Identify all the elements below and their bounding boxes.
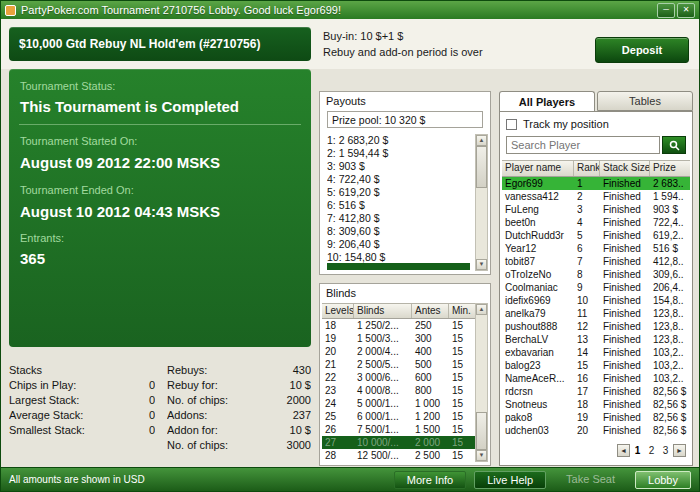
player-stack-size: Finished [600, 372, 650, 385]
blinds-scrollbar[interactable]: ▲ ▼ [475, 303, 488, 462]
blind-row[interactable]: 23 4 000/8... 800 15 [322, 384, 475, 397]
blind-row[interactable]: 21 2 500/5... 500 15 [322, 358, 475, 371]
ended-label: Tournament Ended On: [20, 184, 134, 196]
payout-entry: 8: 309,60 $ [327, 225, 470, 238]
scrollbar-thumb[interactable] [476, 412, 487, 450]
stat-row: Addons: 237 [167, 408, 311, 423]
page-number[interactable]: 1 [633, 445, 642, 456]
player-row[interactable]: Egor699 1 Finished 2 683.. [502, 177, 690, 190]
scrollbar-thumb[interactable] [476, 146, 487, 188]
player-row[interactable]: balog23 15 Finished 103,2.. [502, 359, 690, 372]
stat-label: No. of chips: [167, 393, 228, 408]
player-stack-size: Finished [600, 216, 650, 229]
blind-antes: 400 [412, 345, 449, 358]
blind-row[interactable]: 27 10 000/... 2 000 15 [322, 436, 475, 449]
player-row[interactable]: idefix6969 10 Finished 154,8.. [502, 294, 690, 307]
stat-label: Largest Stack: [9, 393, 79, 408]
player-row[interactable]: pushout888 12 Finished 123,8.. [502, 320, 690, 333]
blind-row[interactable]: 28 12 500/... 2 500 15 [322, 449, 475, 462]
player-row[interactable]: NameAceR... 16 Finished 103,2.. [502, 372, 690, 385]
stat-label: Addons: [167, 408, 207, 423]
payout-entry: 4: 722,40 $ [327, 173, 470, 186]
player-row[interactable]: vanessa412 2 Finished 1 594.. [502, 190, 690, 203]
tab-all-players[interactable]: All Players [499, 91, 595, 111]
stat-value: 0 [149, 378, 155, 393]
player-rank: 17 [574, 385, 600, 398]
blind-row[interactable]: 25 6 000/1... 1 200 15 [322, 410, 475, 423]
stat-row: Rebuys: 430 [167, 363, 311, 378]
player-name: oTroIzeNo [502, 268, 574, 281]
player-name: Year12 [502, 242, 574, 255]
window-titlebar: PartyPoker.com Tournament 2710756 Lobby.… [1, 1, 699, 19]
partypoker-logo-icon [5, 5, 16, 16]
player-row[interactable]: BerchaLV 13 Finished 123,8.. [502, 333, 690, 346]
blind-row[interactable]: 18 1 250/2... 250 15 [322, 319, 475, 332]
player-name: NameAceR... [502, 372, 574, 385]
stat-label: Chips in Play: [9, 378, 76, 393]
payouts-scrollbar[interactable]: ▲ ▼ [475, 134, 488, 271]
stat-value: 430 [293, 363, 311, 378]
blinds-table: Levels Blinds Antes Min. 18 1 250/2... 2… [322, 303, 475, 462]
scroll-up-icon[interactable]: ▲ [476, 304, 487, 315]
deposit-button[interactable]: Deposit [595, 37, 689, 63]
player-row[interactable]: udchen03 20 Finished 82,56 $ [502, 424, 690, 437]
blind-row[interactable]: 24 5 000/1... 1 000 15 [322, 397, 475, 410]
blind-level: 22 [322, 371, 354, 384]
search-icon [669, 140, 680, 151]
player-stack-size: Finished [600, 398, 650, 411]
player-row[interactable]: anelka79 11 Finished 123,8.. [502, 307, 690, 320]
player-prize: 619,2.. [650, 229, 690, 242]
player-prize: 412,8.. [650, 255, 690, 268]
blind-row[interactable]: 20 2 000/4... 400 15 [322, 345, 475, 358]
blind-antes: 800 [412, 384, 449, 397]
more-info-button[interactable]: More Info [394, 471, 466, 489]
divider [19, 124, 301, 125]
blind-level: 20 [322, 345, 354, 358]
lobby-button[interactable]: Lobby [635, 471, 691, 489]
payouts-panel: Payouts Prize pool: 10 320 $ 1: 2 683,20… [319, 91, 491, 275]
player-prize: 123,8.. [650, 307, 690, 320]
player-row[interactable]: rdcrsn 17 Finished 82,56 $ [502, 385, 690, 398]
payout-list: 1: 2 683,20 $ 2: 1 594,44 $ 3: 903 $ 4: … [327, 134, 470, 264]
player-rank: 12 [574, 320, 600, 333]
scroll-down-icon[interactable]: ▼ [476, 259, 487, 270]
player-prize: 903 $ [650, 203, 690, 216]
search-button[interactable] [662, 136, 686, 154]
scroll-up-icon[interactable]: ▲ [476, 135, 487, 146]
page-numbers: 1 2 3 [633, 445, 670, 456]
next-page-button[interactable]: ► [673, 444, 686, 457]
player-row[interactable]: Coolmaniac 9 Finished 206,4.. [502, 281, 690, 294]
player-name: FuLeng [502, 203, 574, 216]
player-row[interactable]: Snotneus 18 Finished 82,56 $ [502, 398, 690, 411]
tournament-name: $10,000 Gtd Rebuy NL Hold'em (#2710756) [9, 27, 311, 61]
blind-row[interactable]: 22 3 000/6... 600 15 [322, 371, 475, 384]
blind-antes: 2 000 [412, 436, 449, 449]
page-number[interactable]: 3 [661, 445, 670, 456]
prev-page-button[interactable]: ◄ [617, 444, 630, 457]
pagination: ◄ 1 2 3 ► [617, 444, 686, 457]
blind-row[interactable]: 26 7 500/1... 1 500 15 [322, 423, 475, 436]
blind-antes: 250 [412, 319, 449, 332]
tab-tables[interactable]: Tables [597, 91, 693, 111]
track-position-checkbox[interactable] [506, 119, 517, 130]
player-row[interactable]: beet0n 4 Finished 722,4.. [502, 216, 690, 229]
player-name: exbavarian [502, 346, 574, 359]
player-name: udchen03 [502, 424, 574, 437]
player-rank: 8 [574, 268, 600, 281]
player-row[interactable]: pako8 19 Finished 82,56 $ [502, 411, 690, 424]
live-help-button[interactable]: Live Help [474, 471, 546, 489]
blind-row[interactable]: 19 1 500/3... 300 15 [322, 332, 475, 345]
player-row[interactable]: DutchRudd3r 5 Finished 619,2.. [502, 229, 690, 242]
take-seat-button[interactable]: Take Seat [554, 471, 627, 489]
player-row[interactable]: Year12 6 Finished 516 $ [502, 242, 690, 255]
search-input[interactable] [506, 136, 660, 154]
scroll-down-icon[interactable]: ▼ [476, 450, 487, 461]
player-row[interactable]: exbavarian 14 Finished 103,2.. [502, 346, 690, 359]
page-number[interactable]: 2 [647, 445, 656, 456]
player-row[interactable]: oTroIzeNo 8 Finished 309,6.. [502, 268, 690, 281]
player-row[interactable]: tobit87 7 Finished 412,8.. [502, 255, 690, 268]
players-rows: Egor699 1 Finished 2 683.. vanessa412 2 … [502, 177, 690, 437]
close-button[interactable]: ✕ [677, 3, 695, 18]
player-row[interactable]: FuLeng 3 Finished 903 $ [502, 203, 690, 216]
minimize-button[interactable]: ─ [657, 3, 675, 18]
